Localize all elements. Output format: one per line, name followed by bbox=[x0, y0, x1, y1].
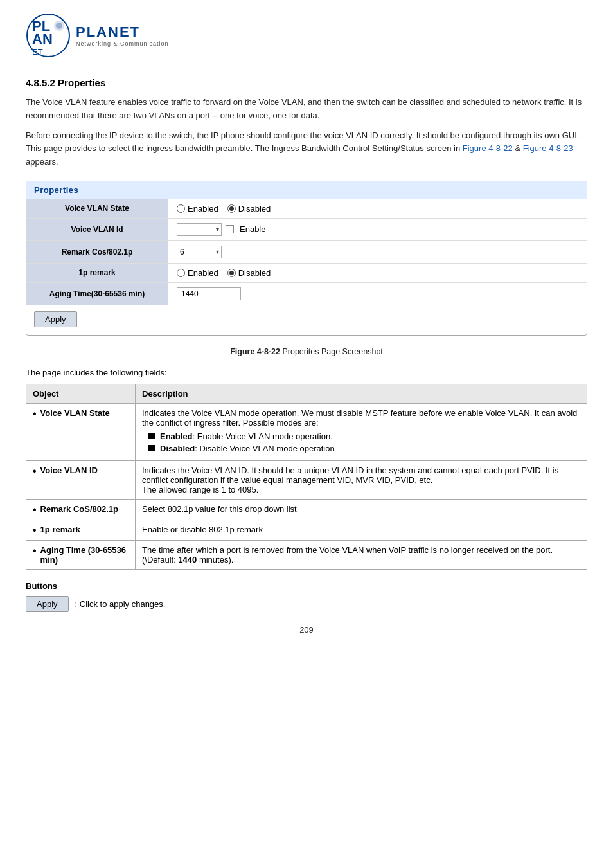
radio-1p-enabled[interactable]: Enabled bbox=[177, 268, 218, 278]
table-cell-object: • 1p remark bbox=[26, 520, 136, 540]
prop-row-voice-vlan-id: Voice VLAN Id Enable bbox=[26, 218, 587, 240]
radio-1p-disabled-circle bbox=[227, 269, 236, 277]
radio-1p-enabled-label: Enabled bbox=[188, 268, 218, 278]
table-header-description: Description bbox=[136, 384, 587, 403]
prop-label-aging-time: Aging Time(30-65536 min) bbox=[26, 282, 168, 305]
table-row: • 1p remark Enable or disable 802.1p rem… bbox=[26, 520, 587, 540]
figure-caption: Figure 4-8-22 Properites Page Screenshot bbox=[26, 347, 587, 356]
black-square-enabled bbox=[148, 433, 155, 439]
figure-link-1[interactable]: Figure 4-8-22 bbox=[463, 143, 513, 153]
radio-disabled-circle bbox=[227, 204, 236, 213]
bullet-aging-time: • Aging Time (30-65536min) bbox=[33, 545, 129, 565]
remark-cos-select-wrap[interactable]: 6 bbox=[177, 246, 222, 258]
prop-label-voice-vlan-id: Voice VLAN Id bbox=[26, 218, 168, 240]
table-cell-object: • Aging Time (30-65536min) bbox=[26, 540, 136, 569]
prop-value-remark-cos: 6 bbox=[168, 240, 587, 263]
radio-enabled[interactable]: Enabled bbox=[177, 204, 218, 213]
bullet-dot: • bbox=[33, 525, 37, 536]
radio-1p-enabled-circle bbox=[177, 269, 185, 277]
radio-group-1p-remark: Enabled Disabled bbox=[177, 268, 578, 278]
prop-row-1p-remark: 1p remark Enabled Disabled bbox=[26, 263, 587, 282]
voice-vlan-id-controls: Enable bbox=[177, 223, 578, 236]
sub-desc-enabled: Enabled: Enable Voice VLAN mode operatio… bbox=[160, 431, 333, 441]
table-cell-object: • Remark CoS/802.1p bbox=[26, 499, 136, 520]
svg-text:ET: ET bbox=[32, 47, 43, 57]
voice-vlan-id-enable-label: Enable bbox=[240, 224, 265, 234]
figure-link-2[interactable]: Figure 4-8-23 bbox=[523, 143, 573, 153]
sub-list-item-disabled: Disabled: Disable Voice VLAN mode operat… bbox=[148, 444, 580, 453]
logo-image: PL AN ET bbox=[26, 13, 71, 58]
bullet-dot: • bbox=[33, 546, 37, 556]
logo-name: PLANET bbox=[76, 24, 169, 41]
properties-box-title: Properties bbox=[26, 181, 587, 199]
bullet-voice-vlan-state: • Voice VLAN State bbox=[33, 408, 129, 419]
prop-label-1p-remark: 1p remark bbox=[26, 263, 168, 282]
table-row: • Voice VLAN State Indicates the Voice V… bbox=[26, 403, 587, 460]
sub-list-item-enabled: Enabled: Enable Voice VLAN mode operatio… bbox=[148, 431, 580, 441]
radio-1p-disabled-dot bbox=[229, 271, 234, 275]
logo: PL AN ET PLANET Networking & Communicati… bbox=[26, 13, 169, 58]
table-header-object: Object bbox=[26, 384, 136, 403]
radio-enabled-circle bbox=[177, 204, 185, 213]
desc-remark-cos: Select 802.1p value for this drop down l… bbox=[142, 504, 297, 514]
figure-caption-bold: Figure 4-8-22 bbox=[230, 347, 280, 356]
radio-disabled[interactable]: Disabled bbox=[227, 204, 271, 213]
prop-row-aging-time: Aging Time(30-65536 min) bbox=[26, 282, 587, 305]
bottom-apply-button[interactable]: Apply bbox=[26, 596, 69, 612]
prop-row-remark-cos: Remark Cos/802.1p 6 bbox=[26, 240, 587, 263]
remark-cos-select[interactable]: 6 bbox=[177, 246, 222, 258]
radio-group-voice-vlan-state: Enabled Disabled bbox=[177, 204, 578, 213]
prop-label-remark-cos: Remark Cos/802.1p bbox=[26, 240, 168, 263]
table-row: • Aging Time (30-65536min) The time afte… bbox=[26, 540, 587, 569]
black-square-disabled bbox=[148, 445, 155, 451]
intro-para-1: The Voice VLAN feature enables voice tra… bbox=[26, 96, 587, 123]
object-voice-vlan-id: Voice VLAN ID bbox=[40, 466, 98, 475]
apply-btn-box: Apply bbox=[26, 305, 587, 335]
intro-para-2-after: appears. bbox=[26, 157, 58, 167]
prop-value-voice-vlan-id: Enable bbox=[168, 218, 587, 240]
object-aging-time: Aging Time (30-65536min) bbox=[40, 545, 126, 565]
sub-list-vvs: Enabled: Enable Voice VLAN mode operatio… bbox=[148, 431, 580, 453]
bullet-remark-cos: • Remark CoS/802.1p bbox=[33, 504, 129, 515]
section-title: 4.8.5.2 Properties bbox=[26, 77, 587, 88]
svg-text:AN: AN bbox=[32, 31, 53, 47]
voice-vlan-id-select-wrap[interactable] bbox=[177, 223, 222, 236]
table-cell-object: • Voice VLAN State bbox=[26, 403, 136, 460]
radio-1p-disabled[interactable]: Disabled bbox=[227, 268, 271, 278]
table-cell-desc-aging-time: The time after which a port is removed f… bbox=[136, 540, 587, 569]
description-table: Object Description • Voice VLAN State In… bbox=[26, 384, 587, 570]
bullet-1p-remark: • 1p remark bbox=[33, 525, 129, 536]
radio-enabled-label: Enabled bbox=[188, 204, 218, 213]
properties-box: Properties Voice VLAN State Enabled bbox=[26, 181, 587, 336]
aging-time-input[interactable] bbox=[177, 287, 241, 300]
voice-vlan-id-checkbox[interactable] bbox=[226, 225, 234, 233]
buttons-title: Buttons bbox=[26, 581, 587, 591]
fields-intro: The page includes the following fields: bbox=[26, 368, 587, 377]
prop-row-voice-vlan-state: Voice VLAN State Enabled Disa bbox=[26, 199, 587, 219]
bullet-dot: • bbox=[33, 505, 37, 515]
table-row: • Remark CoS/802.1p Select 802.1p value … bbox=[26, 499, 587, 520]
voice-vlan-id-select[interactable] bbox=[177, 223, 222, 236]
intro-para-2: Before connecting the IP device to the s… bbox=[26, 129, 587, 169]
page-number: 209 bbox=[26, 625, 587, 635]
header: PL AN ET PLANET Networking & Communicati… bbox=[26, 13, 587, 64]
prop-label-voice-vlan-state: Voice VLAN State bbox=[26, 199, 168, 219]
object-1p-remark: 1p remark bbox=[40, 525, 80, 534]
table-cell-desc-voice-vlan-state: Indicates the Voice VLAN mode operation.… bbox=[136, 403, 587, 460]
intro-para-2-between: & bbox=[513, 143, 523, 153]
object-remark-cos: Remark CoS/802.1p bbox=[40, 504, 118, 514]
buttons-section: Buttons Apply : Click to apply changes. bbox=[26, 581, 587, 612]
object-voice-vlan-state: Voice VLAN State bbox=[40, 408, 110, 418]
properties-apply-button[interactable]: Apply bbox=[34, 311, 77, 327]
table-cell-desc-1p-remark: Enable or disable 802.1p remark bbox=[136, 520, 587, 540]
desc-aging-time: The time after which a port is removed f… bbox=[142, 545, 553, 565]
prop-value-1p-remark: Enabled Disabled bbox=[168, 263, 587, 282]
prop-value-aging-time bbox=[168, 282, 587, 305]
bullet-dot: • bbox=[33, 466, 37, 476]
radio-disabled-dot bbox=[229, 206, 234, 211]
prop-value-voice-vlan-state: Enabled Disabled bbox=[168, 199, 587, 219]
figure-caption-text: Properites Page Screenshot bbox=[282, 347, 382, 356]
desc-1p-remark: Enable or disable 802.1p remark bbox=[142, 525, 263, 534]
radio-disabled-label: Disabled bbox=[238, 204, 271, 213]
properties-table: Voice VLAN State Enabled Disa bbox=[26, 199, 587, 305]
